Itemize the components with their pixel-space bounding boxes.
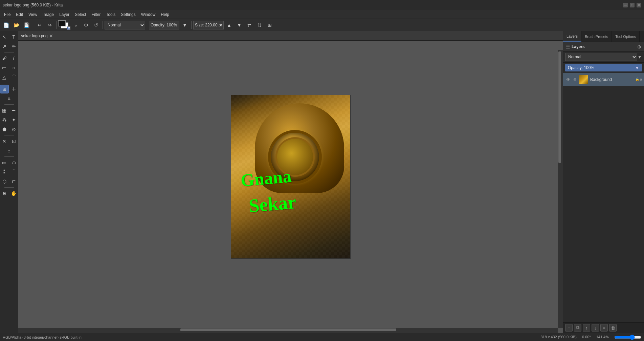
save-file-button[interactable]: 💾 [22, 20, 31, 30]
crop-tool[interactable]: ⌗ [5, 94, 14, 103]
tool-group-selection: ↗ ✏ [0, 42, 18, 51]
layer-lock-btn[interactable]: 🔒 [635, 78, 639, 81]
wrap-button[interactable]: ⊞ [265, 20, 274, 30]
enclose-fill-tool[interactable]: ⊙ [9, 125, 18, 134]
canvas-tab-close[interactable]: ✕ [49, 33, 53, 39]
size-input[interactable] [193, 21, 224, 29]
gradient-tool[interactable]: ▦ [0, 106, 9, 115]
tab-tool-options[interactable]: Tool Options [612, 31, 640, 42]
duplicate-layer-button[interactable]: ⧉ [574, 324, 581, 332]
layer-eye-background[interactable]: 👁 [565, 77, 571, 83]
transform-tool[interactable]: ⊞ [0, 85, 9, 93]
tool-separator-5 [4, 156, 14, 157]
flip-h-button[interactable]: ⇄ [245, 20, 254, 30]
flip-v-button[interactable]: ⇅ [255, 20, 264, 30]
menu-edit[interactable]: Edit [13, 12, 26, 18]
tool-group-view: ⊕ ✋ [0, 189, 18, 198]
tab-brush-presets[interactable]: Brush Presets [581, 31, 612, 42]
assistant-tool[interactable]: ⊡ [9, 137, 18, 146]
pan-tool[interactable]: ✋ [9, 189, 18, 198]
polygon-select-tool[interactable]: ⬡ [0, 177, 9, 186]
menu-filter[interactable]: Filter [89, 12, 104, 18]
opacity-row: Opacity: 100% ▼ [563, 63, 644, 73]
paint-brush-tool[interactable]: 🖌 [0, 54, 9, 63]
menu-view[interactable]: View [26, 12, 40, 18]
calligraphy-tool[interactable]: / [9, 54, 18, 63]
opacity-bar[interactable]: Opacity: 100% ▼ [565, 64, 642, 71]
menu-help[interactable]: Help [158, 12, 172, 18]
bezier-tool[interactable]: ⌒ [9, 73, 18, 82]
undo-button[interactable]: ↩ [35, 20, 44, 30]
size-down-button[interactable]: ▼ [235, 20, 244, 30]
brush-presets-toggle[interactable]: ⚙ [81, 20, 91, 30]
reset-button[interactable]: ↺ [91, 20, 101, 30]
path-tool[interactable]: ⌂ [5, 146, 14, 155]
menu-image[interactable]: Image [40, 12, 57, 18]
freehand-tool[interactable]: ✏ [9, 42, 18, 51]
freehand-select-tool2[interactable]: ⌒ [9, 168, 18, 176]
hscroll-thumb[interactable] [180, 328, 396, 331]
swap-colors-button[interactable]: ⇄ [67, 26, 70, 30]
select-shape-tool[interactable]: ↖ [0, 33, 9, 41]
rect-shape-tool[interactable]: ▭ [0, 63, 9, 72]
open-file-button[interactable]: 📂 [12, 20, 21, 30]
menu-tools[interactable]: Tools [103, 12, 118, 18]
minimize-button[interactable]: — [623, 3, 628, 7]
zoom-tool[interactable]: ⊕ [0, 189, 9, 198]
logo-text-sekar: Sekar [248, 191, 297, 217]
menu-settings[interactable]: Settings [118, 12, 138, 18]
layers-icon: ☰ [566, 44, 570, 49]
text-tool[interactable]: T [9, 33, 18, 41]
brush-settings-button[interactable]: ⬦ [71, 20, 81, 30]
close-button[interactable]: ✕ [637, 3, 641, 7]
move-layer-down-button[interactable]: ↓ [592, 324, 599, 332]
smart-patch-tool[interactable]: ✦ [9, 115, 18, 124]
fill-tool[interactable]: ⬟ [0, 125, 9, 134]
redo-button[interactable]: ↪ [45, 20, 54, 30]
move-layer-up-button[interactable]: ↑ [583, 324, 590, 332]
layer-alpha-btn[interactable]: α [640, 78, 642, 81]
opacity-down-button[interactable]: ▼ [180, 20, 190, 30]
tool-group-measure: ✕ ⊡ [0, 137, 18, 146]
layer-item-background[interactable]: 👁 ⊕ Background 🔒 α [563, 73, 644, 86]
measure-tool[interactable]: ✕ [0, 137, 9, 146]
tool-group-transform: ⊞ ✛ [0, 85, 18, 93]
layers-panel: ☰ Layers ⊕ Normal ▼ Opacity: 100% ▼ [563, 42, 644, 333]
tab-layers[interactable]: Layers [563, 31, 581, 42]
menu-window[interactable]: Window [138, 12, 158, 18]
canvas-content[interactable]: Gnana Sekar [18, 41, 563, 333]
magnetic-select-tool[interactable]: ⊏ [9, 177, 18, 186]
shape-select-tool[interactable]: ↗ [0, 42, 9, 51]
ellipse-select-tool[interactable]: ⬭ [9, 158, 18, 167]
ellipse-shape-tool[interactable]: ○ [9, 63, 18, 72]
delete-layer-button[interactable]: 🗑 [609, 324, 617, 332]
maximize-button[interactable]: □ [630, 3, 635, 7]
layer-options-button[interactable]: ≡ [600, 324, 608, 332]
multibrush-tool[interactable]: ⁂ [0, 115, 9, 124]
color-picker-tool[interactable]: ✒ [9, 106, 18, 115]
magic-wand-tool[interactable]: ⁑ [0, 168, 9, 176]
opacity-expand[interactable]: ▼ [635, 65, 639, 70]
polygon-tool[interactable]: △ [0, 73, 9, 82]
size-up-button[interactable]: ▲ [224, 20, 234, 30]
opacity-input[interactable] [149, 21, 179, 29]
vscroll-thumb[interactable] [558, 51, 561, 163]
rect-select-tool[interactable]: ▭ [0, 158, 9, 167]
vertical-scrollbar[interactable] [558, 50, 563, 328]
menu-select[interactable]: Select [72, 12, 89, 18]
color-swatches[interactable]: ⇄ [58, 20, 70, 30]
menu-file[interactable]: File [1, 12, 13, 18]
layers-list: 👁 ⊕ Background 🔒 α [563, 73, 644, 198]
layers-expand-icon[interactable]: ⊕ [637, 44, 641, 49]
foreground-color-swatch[interactable] [58, 20, 66, 26]
menu-layer[interactable]: Layer [57, 12, 72, 18]
blend-mode-select[interactable]: Normal [105, 21, 145, 29]
blend-mode-expand[interactable]: ▼ [637, 54, 642, 60]
new-file-button[interactable]: 📄 [1, 20, 11, 30]
zoom-slider[interactable] [614, 335, 641, 340]
add-layer-button[interactable]: ＋ [565, 324, 573, 332]
move-tool[interactable]: ✛ [9, 85, 18, 93]
horizontal-scrollbar[interactable] [18, 328, 558, 333]
layer-blend-mode-select[interactable]: Normal [565, 53, 637, 61]
tool-separator-4 [4, 135, 14, 135]
